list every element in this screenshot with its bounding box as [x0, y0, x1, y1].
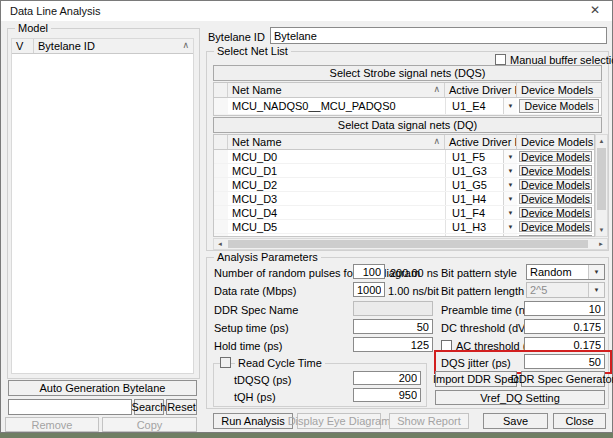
chevron-down-icon[interactable]: ▼	[588, 265, 604, 279]
active-driver-pin-select[interactable]: U1_F4 ▼	[445, 206, 517, 219]
scroll-right-icon[interactable]: ►	[595, 239, 607, 249]
horizontal-scrollbar[interactable]: ◄ ►	[213, 238, 608, 250]
import-ddr-spec-button[interactable]: Import DDR Spec	[435, 371, 517, 387]
chevron-down-icon[interactable]: ▼	[503, 234, 517, 237]
device-models-button[interactable]: Device Models	[519, 221, 592, 232]
net-name-cell[interactable]: MCU_D4	[228, 206, 445, 219]
device-models-cell: Device Models	[517, 234, 594, 237]
active-driver-pin-select[interactable]: U1_G3 ▼	[445, 164, 517, 177]
read-cycle-time-label[interactable]: Read Cycle Time	[235, 357, 325, 369]
sort-asc-icon[interactable]: ∧	[182, 40, 189, 50]
hold-time-input[interactable]	[353, 337, 433, 352]
device-models-button[interactable]: Device Models	[519, 207, 592, 218]
col-net-name[interactable]: Net Name ∧	[228, 135, 445, 149]
scrollbar-thumb[interactable]	[228, 240, 588, 248]
table-row[interactable]: MCU_D5 U1_H3 ▼ Device Models	[214, 220, 594, 234]
tqh-input[interactable]	[353, 388, 421, 402]
table-row[interactable]: MCU_D1 U1_G3 ▼ Device Models	[214, 164, 594, 178]
table-row[interactable]: MCU_D6 U1_F2 ▼ Device Models	[214, 234, 594, 237]
net-name-cell[interactable]: MCU_D0	[228, 150, 445, 163]
device-models-button[interactable]: Device Models	[519, 99, 599, 113]
auto-generation-bytelane-button[interactable]: Auto Generation Bytelane	[8, 380, 197, 396]
col-device-models[interactable]: Device Models	[517, 83, 601, 97]
vertical-scrollbar[interactable]: ▲ ▼	[595, 134, 608, 237]
net-name-cell[interactable]: MCU_D1	[228, 164, 445, 177]
sort-asc-icon[interactable]: ∧	[433, 136, 440, 146]
strobe-nets-header-button[interactable]: Select Strobe signal nets (DQS)	[213, 65, 602, 81]
net-name-cell[interactable]: MCU_D5	[228, 220, 445, 233]
ddr-spec-generator-button[interactable]: DDR Spec Generator	[521, 371, 605, 387]
reset-button[interactable]: Reset	[166, 399, 197, 415]
run-analysis-button[interactable]: Run Analysis	[213, 413, 293, 429]
data-table-header[interactable]: Net Name ∧ Active Driver Pin Device Mode…	[214, 135, 594, 150]
scrollbar-thumb[interactable]	[597, 148, 606, 210]
col-v[interactable]: V	[12, 39, 34, 53]
ac-threshold-checkbox[interactable]	[441, 340, 452, 351]
table-row[interactable]: MCU_D4 U1_F4 ▼ Device Models	[214, 206, 594, 220]
search-input[interactable]	[8, 399, 132, 415]
tdqsq-input[interactable]	[353, 371, 421, 385]
table-row[interactable]: MCU_D2 U1_G5 ▼ Device Models	[214, 178, 594, 192]
show-report-button[interactable]: Show Report	[389, 413, 469, 429]
copy-button[interactable]: Copy	[102, 417, 197, 432]
vref-dq-setting-button[interactable]: Vref_DQ Setting	[435, 390, 605, 405]
ac-threshold-input[interactable]	[524, 337, 605, 352]
chevron-down-icon[interactable]: ▼	[503, 206, 517, 219]
active-driver-pin-select[interactable]: U1_F5 ▼	[445, 150, 517, 163]
pin-value: U1_G5	[452, 178, 487, 191]
dc-threshold-input[interactable]	[524, 319, 605, 334]
strobe-row[interactable]: MCU_NADQS0__MCU_PADQS0 U1_E4 ▼ Device Mo…	[214, 98, 601, 115]
close-button[interactable]: Close	[553, 413, 606, 429]
display-eye-diagram-button[interactable]: Display Eye Diagram	[297, 413, 381, 429]
pulses-input[interactable]	[353, 264, 385, 279]
scroll-up-icon[interactable]: ▲	[596, 135, 607, 147]
data-nets-header-button[interactable]: Select Data signal nets (DQ)	[213, 117, 602, 133]
manual-buffer-checkbox[interactable]	[495, 54, 506, 65]
bytelane-id-input[interactable]	[270, 27, 607, 44]
bytelane-list-header[interactable]: V Bytelane ID ∧	[12, 39, 193, 54]
scroll-left-icon[interactable]: ◄	[214, 239, 226, 249]
net-name-cell[interactable]: MCU_NADQS0__MCU_PADQS0	[228, 98, 445, 114]
chevron-down-icon[interactable]: ▼	[503, 220, 517, 233]
bytelane-list[interactable]: V Bytelane ID ∧	[11, 38, 194, 374]
read-cycle-time-checkbox[interactable]	[220, 357, 231, 368]
col-active-driver-pin[interactable]: Active Driver Pin	[445, 83, 517, 97]
active-driver-pin-select[interactable]: U1_H4 ▼	[445, 192, 517, 205]
col-active-driver-pin[interactable]: Active Driver Pin	[445, 135, 517, 149]
chevron-down-icon[interactable]: ▼	[503, 192, 517, 205]
device-models-button[interactable]: Device Models	[519, 193, 592, 204]
preamble-time-input[interactable]	[524, 301, 605, 316]
col-net-name[interactable]: Net Name ∧	[228, 83, 445, 97]
chevron-down-icon[interactable]: ▼	[503, 164, 517, 177]
active-driver-pin-select[interactable]: U1_F2 ▼	[445, 234, 517, 237]
search-button[interactable]: Search	[134, 399, 164, 415]
active-driver-pin-select[interactable]: U1_E4 ▼	[445, 98, 517, 114]
device-models-button[interactable]: Device Models	[519, 235, 592, 237]
net-name-cell[interactable]: MCU_D3	[228, 192, 445, 205]
chevron-down-icon[interactable]: ▼	[503, 150, 517, 163]
sort-asc-icon[interactable]: ∧	[433, 84, 440, 94]
chevron-down-icon[interactable]: ▼	[503, 98, 517, 114]
close-icon[interactable]: ✕	[590, 3, 600, 17]
save-button[interactable]: Save	[483, 413, 548, 429]
chevron-down-icon[interactable]: ▼	[503, 178, 517, 191]
scroll-down-icon[interactable]: ▼	[596, 224, 607, 236]
bit-pattern-style-select[interactable]: Random ▼	[526, 264, 605, 280]
device-models-button[interactable]: Device Models	[519, 179, 592, 190]
remove-button[interactable]: Remove	[5, 417, 99, 432]
table-row[interactable]: MCU_D3 U1_H4 ▼ Device Models	[214, 192, 594, 206]
device-models-button[interactable]: Device Models	[519, 151, 592, 162]
active-driver-pin-select[interactable]: U1_H3 ▼	[445, 220, 517, 233]
setup-time-input[interactable]	[353, 319, 433, 334]
device-models-button[interactable]: Device Models	[519, 165, 592, 176]
col-bytelane-id[interactable]: Bytelane ID ∧	[34, 39, 193, 53]
net-name-cell[interactable]: MCU_D2	[228, 178, 445, 191]
net-name-cell[interactable]: MCU_D6	[228, 234, 445, 237]
table-row[interactable]: MCU_D0 U1_F5 ▼ Device Models	[214, 150, 594, 164]
strobe-table-header[interactable]: Net Name ∧ Active Driver Pin Device Mode…	[214, 83, 601, 98]
active-driver-pin-select[interactable]: U1_G5 ▼	[445, 178, 517, 191]
titlebar[interactable]: Data Line Analysis ✕	[1, 1, 612, 22]
dqs-jitter-input[interactable]	[524, 354, 605, 369]
data-rate-input[interactable]	[353, 282, 385, 297]
col-device-models[interactable]: Device Models	[517, 135, 594, 149]
